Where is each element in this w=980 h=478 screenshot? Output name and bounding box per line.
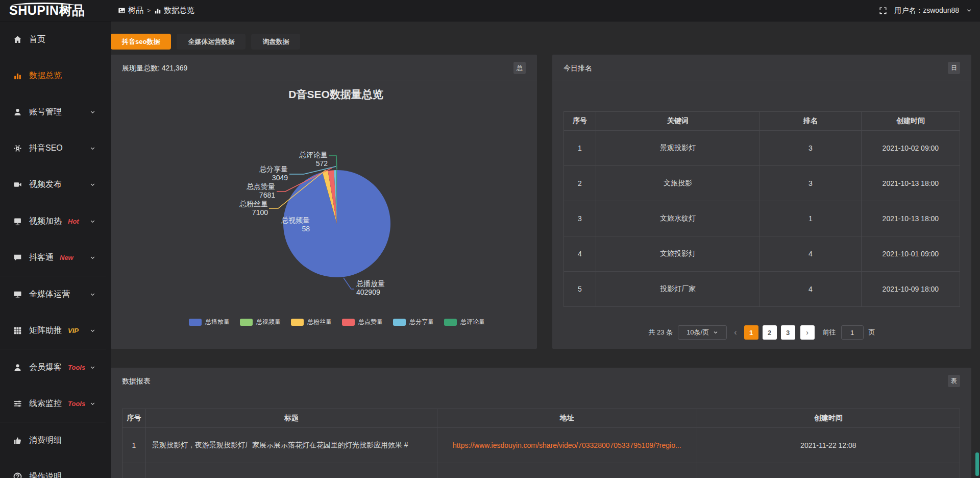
sidebar-item-video-heat[interactable]: 视频加热Hot [0, 203, 111, 240]
main-content: 抖音seo数据全媒体运营数据询盘数据 展现量总数: 421,369 总 D音SE… [111, 21, 980, 478]
table-cell: 4 [564, 236, 596, 272]
next-page-button[interactable]: › [800, 325, 815, 340]
legend-swatch [342, 319, 355, 326]
user-icon [13, 108, 22, 116]
sidebar-item-consume-detail[interactable]: 消费明细 [0, 422, 111, 459]
fullscreen-icon[interactable] [879, 7, 887, 15]
ranking-panel-title: 今日排名 [552, 55, 971, 81]
sidebar-item-operation-guide[interactable]: 操作说明 [0, 459, 111, 478]
ranking-panel: 今日排名 日 序号关键词排名创建时间1景观投影灯32021-10-02 09:0… [552, 55, 971, 349]
sidebar-item-label: 抖客通 [29, 252, 54, 263]
pie-label-video: 总视频量58 [281, 216, 310, 233]
picture-icon [118, 7, 126, 14]
sidebar-item-badge: Hot [68, 218, 79, 225]
chevron-down-icon [90, 255, 95, 260]
sidebar-item-video-publish[interactable]: 视频发布 [0, 166, 111, 203]
table-cell: 文旅投影灯 [596, 236, 760, 272]
sidebar-item-label: 线索监控 [29, 398, 62, 409]
pie-slice-1 [322, 172, 337, 224]
table-cell: 1 [122, 428, 146, 463]
chevron-down-icon[interactable] [966, 8, 972, 13]
total-count-label: 共 23 条 [648, 328, 673, 337]
sidebar-item-douketong[interactable]: 抖客通New [0, 240, 111, 276]
sidebar-item-label: 矩阵助推 [29, 325, 62, 336]
sidebar-item-home[interactable]: 首页 [0, 21, 111, 58]
table-cell: 景观投影灯 [596, 131, 760, 166]
table-cell: 文旅水纹灯 [596, 201, 760, 236]
pagination: 共 23 条 10条/页 ‹ 123 › 前往 页 [552, 325, 971, 340]
sidebar-item-media-operation[interactable]: 全媒体运营 [0, 276, 111, 313]
sidebar-item-douyin-seo[interactable]: 抖音SEO [0, 130, 111, 166]
chart-title: D音SEO数据量总览 [288, 87, 383, 102]
sidebar-item-data-overview[interactable]: 数据总览 [0, 58, 111, 94]
today-ranking-table: 序号关键词排名创建时间1景观投影灯32021-10-02 09:002文旅投影3… [564, 111, 960, 307]
table-cell: 2021-10-13 18:00 [861, 201, 960, 236]
day-toggle-button[interactable]: 日 [948, 62, 960, 74]
breadcrumb-item-shupin[interactable]: 树品 [118, 6, 143, 15]
table-cell: 3 [760, 131, 862, 166]
sidebar-item-label: 账号管理 [29, 107, 62, 117]
sidebar-item-label: 全媒体运营 [29, 289, 70, 300]
page-button-2[interactable]: 2 [763, 325, 777, 340]
gear-icon [13, 144, 22, 153]
overview-panel: 展现量总数: 421,369 总 D音SEO数据量总览 总评论量572 总分享量… [111, 55, 537, 349]
sidebar-item-badge: VIP [68, 327, 79, 334]
table-cell: 2021-11-22 12:08 [697, 428, 960, 463]
chevron-down-icon [90, 365, 95, 370]
report-panel: 数据报表 表 序号标题地址创建时间1景观投影灯，夜游景观投影灯厂家展示展示落花灯… [111, 368, 971, 478]
total-toggle-button[interactable]: 总 [513, 62, 526, 74]
username-label[interactable]: 用户名：zswodun88 [894, 6, 959, 15]
table-toggle-button[interactable]: 表 [948, 375, 960, 387]
like-icon [13, 436, 22, 445]
legend-swatch [189, 319, 202, 326]
legend-item[interactable]: 总粉丝量 [291, 318, 332, 326]
question-icon [13, 472, 22, 478]
home-icon [13, 35, 22, 44]
prev-page-button[interactable]: ‹ [732, 328, 739, 337]
page-button-3[interactable]: 3 [781, 325, 795, 340]
pie-slice-5 [336, 170, 337, 224]
sidebar-item-clue-monitor[interactable]: 线索监控Tools [0, 386, 111, 422]
pie-label-fans: 总粉丝量7100 [239, 200, 268, 217]
tab-media-operation-data[interactable]: 全媒体运营数据 [177, 34, 246, 50]
chevron-down-icon [90, 182, 95, 187]
column-header: 地址 [437, 409, 697, 428]
pie-slice-2 [323, 171, 337, 224]
column-header: 创建时间 [697, 409, 960, 428]
page-size-select[interactable]: 10条/页 [678, 325, 727, 340]
legend-item[interactable]: 总视频量 [240, 318, 281, 326]
goto-page-input[interactable] [841, 325, 864, 340]
chevron-down-icon [713, 330, 718, 335]
breadcrumb-item-data-overview[interactable]: 数据总览 [154, 6, 194, 15]
video-link[interactable]: https://www.iesdouyin.com/share/video/70… [453, 441, 681, 449]
tab-douyin-seo-data[interactable]: 抖音seo数据 [111, 34, 171, 50]
page-button-1[interactable]: 1 [744, 325, 758, 340]
pie-label-comment: 总评论量572 [299, 151, 328, 168]
sidebar-item-label: 抖音SEO [29, 143, 63, 154]
ranking-table-wrap: 序号关键词排名创建时间1景观投影灯32021-10-02 09:002文旅投影3… [552, 111, 971, 307]
legend-item[interactable]: 总评论量 [444, 318, 485, 326]
table-cell: 2021-10-02 09:00 [861, 131, 960, 166]
table-cell: 4 [760, 236, 862, 272]
column-header: 排名 [760, 112, 862, 131]
column-header: 关键词 [596, 112, 760, 131]
sidebar-item-label: 视频加热 [29, 216, 62, 227]
heat-icon [13, 217, 22, 226]
sidebar-item-matrix-boost[interactable]: 矩阵助推VIP [0, 313, 111, 349]
pie-slice-3 [328, 170, 337, 224]
sidebar-item-account-manage[interactable]: 账号管理 [0, 94, 111, 130]
sidebar: 首页数据总览账号管理抖音SEO视频发布视频加热Hot抖客通New全媒体运营矩阵助… [0, 21, 111, 478]
pie-slice-4 [334, 170, 337, 224]
table-cell: 3 [564, 201, 596, 236]
legend-item[interactable]: 总播放量 [189, 318, 230, 326]
page-scrollbar-thumb[interactable] [975, 452, 979, 476]
legend-item[interactable]: 总点赞量 [342, 318, 383, 326]
table-cell: 文旅投影 [596, 166, 760, 201]
legend-swatch [444, 319, 457, 326]
chat-icon [13, 253, 22, 262]
table-row: 1景观投影灯32021-10-02 09:00 [564, 131, 960, 166]
legend-item[interactable]: 总分享量 [393, 318, 434, 326]
sidebar-item-label: 会员爆客 [29, 362, 62, 373]
tab-inquiry-data[interactable]: 询盘数据 [251, 34, 300, 50]
sidebar-item-member-baoke[interactable]: 会员爆客Tools [0, 349, 111, 386]
